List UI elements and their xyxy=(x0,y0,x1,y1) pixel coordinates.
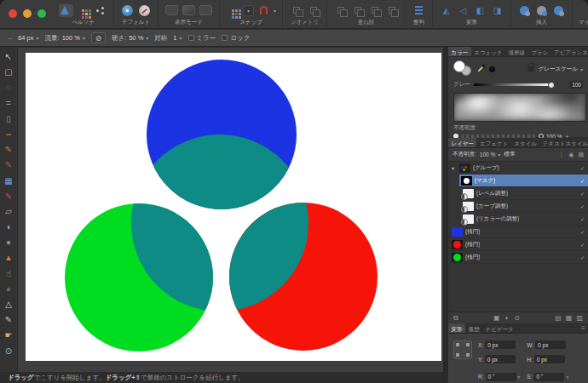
canvas-area[interactable] xyxy=(18,48,443,372)
view-hand-tool[interactable]: ☛ xyxy=(2,329,15,342)
paint-brush-tool[interactable]: ✎ xyxy=(2,143,15,157)
smudge-tool[interactable]: ☝ xyxy=(2,267,15,281)
teal-mask-overlay[interactable] xyxy=(131,134,308,312)
geometry-add-icon[interactable] xyxy=(289,4,303,17)
transform-field-input[interactable]: 0 ° xyxy=(486,373,516,381)
zoom-window-button[interactable] xyxy=(37,9,46,18)
brush-size-dropdown[interactable]: 64 px ▾ xyxy=(18,34,38,42)
clone-stamp-tool[interactable]: ▦ xyxy=(2,174,15,188)
new-group-icon[interactable]: ▦ xyxy=(566,314,573,322)
color-panel-tab[interactable]: アピアランス xyxy=(551,47,588,56)
fill-color-well[interactable] xyxy=(453,60,465,72)
layers-panel-tab[interactable]: レイヤー xyxy=(448,138,476,147)
photo-persona-icon[interactable] xyxy=(59,4,73,17)
layer-row[interactable]: (リカラーの調整)✓ xyxy=(459,213,588,226)
layer-row[interactable]: (楕円)✓ xyxy=(448,238,588,251)
layers-panel-tab[interactable]: テキストスタイル xyxy=(539,138,588,147)
layer-visibility-checkbox[interactable]: ✓ xyxy=(580,191,585,197)
view-mode-vector-icon[interactable] xyxy=(164,4,179,17)
view-mode-pixel-icon[interactable] xyxy=(182,4,196,17)
gray-slider[interactable] xyxy=(474,83,552,86)
align-options-icon[interactable] xyxy=(412,4,426,17)
bottom-panel-menu-icon[interactable]: ≡ xyxy=(579,323,588,333)
view-mode-split-icon[interactable] xyxy=(199,4,213,17)
size-decrement[interactable]: – xyxy=(9,34,12,42)
blend-mode-dropdown[interactable]: 標準 xyxy=(504,151,515,158)
lock-checkbox[interactable]: ロック xyxy=(222,34,250,43)
snap-grid-icon[interactable] xyxy=(226,4,240,17)
order-to-back-icon[interactable] xyxy=(384,4,399,17)
eyedropper-icon[interactable] xyxy=(477,66,483,71)
layer-row[interactable]: ▾(グループ)✓ xyxy=(448,162,588,174)
ellipse-marquee-tool[interactable]: ◌ xyxy=(2,81,15,94)
zoom-tool[interactable]: ⊙ xyxy=(2,345,15,358)
color-panel-tab[interactable]: スウォッチ xyxy=(471,47,505,56)
bottom-panel-tab[interactable]: 変形 xyxy=(448,323,465,333)
layer-visibility-checkbox[interactable]: ✓ xyxy=(580,203,585,209)
delete-layer-icon[interactable]: ▥ xyxy=(576,314,583,322)
layer-visibility-checkbox[interactable]: ✓ xyxy=(580,165,585,171)
burn-brush-tool[interactable]: ● xyxy=(2,236,15,249)
gray-value[interactable]: 100 xyxy=(569,81,583,89)
lasso-tool[interactable]: ∽ xyxy=(2,128,15,141)
layers-opacity-dropdown[interactable]: 100 % ▾ xyxy=(480,151,500,157)
expand-icon[interactable]: ▾ xyxy=(452,165,457,171)
sampled-color-swatch[interactable] xyxy=(489,66,495,72)
close-window-button[interactable] xyxy=(9,9,17,18)
link-layers-icon[interactable]: ⧉ xyxy=(453,314,458,323)
order-backward-icon[interactable] xyxy=(367,4,382,17)
geometry-subtract-icon[interactable] xyxy=(306,4,320,17)
color-replacement-brush-tool[interactable]: ✎ xyxy=(2,190,15,203)
snap-options-dropdown[interactable]: ▾ xyxy=(243,5,254,16)
minimize-window-button[interactable] xyxy=(23,9,32,18)
move-tool[interactable]: ↖ xyxy=(2,50,15,64)
document-page[interactable] xyxy=(26,53,441,361)
color-panel-tab[interactable]: 境界線 xyxy=(505,47,528,56)
bottom-panel-tab[interactable]: ナビゲータ xyxy=(482,323,516,333)
color-panel-tab[interactable]: カラー xyxy=(448,47,471,56)
order-to-front-icon[interactable] xyxy=(333,4,348,17)
transform-field-input[interactable]: 0 px xyxy=(485,340,516,349)
sharpen-brush-tool[interactable]: △ xyxy=(2,298,15,312)
symmetry-dropdown[interactable]: 1 ▾ xyxy=(173,34,182,42)
layer-visibility-checkbox[interactable]: ✓ xyxy=(580,229,585,235)
liquify-persona-icon[interactable] xyxy=(76,4,90,17)
live-filter-icon[interactable]: ⊙ xyxy=(514,314,520,322)
sponge-brush-tool[interactable]: ▲ xyxy=(2,251,15,265)
transform-field-input[interactable]: 0 ° xyxy=(533,373,564,381)
color-mode-dropdown[interactable]: グレースケール ▾ xyxy=(539,66,583,73)
eraser-tool[interactable]: ▱ xyxy=(2,205,15,219)
insert-behind-icon[interactable] xyxy=(517,4,532,17)
color-panel-tab[interactable]: ブラシ xyxy=(528,47,551,56)
layer-row[interactable]: (楕円)✓ xyxy=(448,226,588,238)
layer-options-icon[interactable]: ⋮ xyxy=(558,151,564,158)
layer-visibility-checkbox[interactable]: ✓ xyxy=(580,216,585,222)
order-forward-icon[interactable] xyxy=(350,4,365,17)
layer-row[interactable]: (レベル調整)✓ xyxy=(459,187,588,200)
stepper-icon[interactable]: ▾ xyxy=(518,374,521,380)
hardness-dropdown[interactable]: 硬さ: 50 % ▾ xyxy=(112,34,148,43)
mask-layer-icon[interactable]: ▣ xyxy=(493,314,500,322)
pixel-brush-tool[interactable]: ✎ xyxy=(2,158,15,172)
flow-dropdown[interactable]: 流量: 100 % ▾ xyxy=(45,34,85,43)
layer-visibility-checkbox[interactable]: ✓ xyxy=(580,254,585,260)
transform-field-input[interactable]: 0 px xyxy=(535,340,566,349)
brush-preview-icon[interactable]: ⊘ xyxy=(91,32,106,43)
transform-field-input[interactable]: 0 px xyxy=(534,355,565,363)
layer-settings-icon[interactable]: ◉ xyxy=(568,151,574,158)
layer-row[interactable]: (カーブ調整)✓ xyxy=(459,200,588,213)
adjustment-layer-icon[interactable]: ◐ xyxy=(505,314,510,322)
fill-stroke-selector[interactable] xyxy=(453,60,474,77)
layers-panel-tab[interactable]: スタイル xyxy=(511,138,540,147)
flip-vertical-icon[interactable]: ◁ xyxy=(456,4,470,17)
mirror-checkbox[interactable]: ミラー xyxy=(188,34,216,43)
rect-marquee-tool[interactable]: ▢ xyxy=(2,66,15,79)
layer-row[interactable]: (楕円)✓ xyxy=(448,251,588,264)
grayscale-picker-box[interactable] xyxy=(453,93,586,122)
rotate-cw-icon[interactable]: ◨ xyxy=(490,4,504,17)
column-marquee-tool[interactable]: ▯ xyxy=(2,112,15,126)
transform-field-input[interactable]: 0 px xyxy=(485,355,516,363)
new-layer-icon[interactable]: ▤ xyxy=(555,314,562,322)
stepper-icon[interactable]: ▾ xyxy=(566,374,568,380)
anchor-point-selector[interactable] xyxy=(453,340,472,359)
